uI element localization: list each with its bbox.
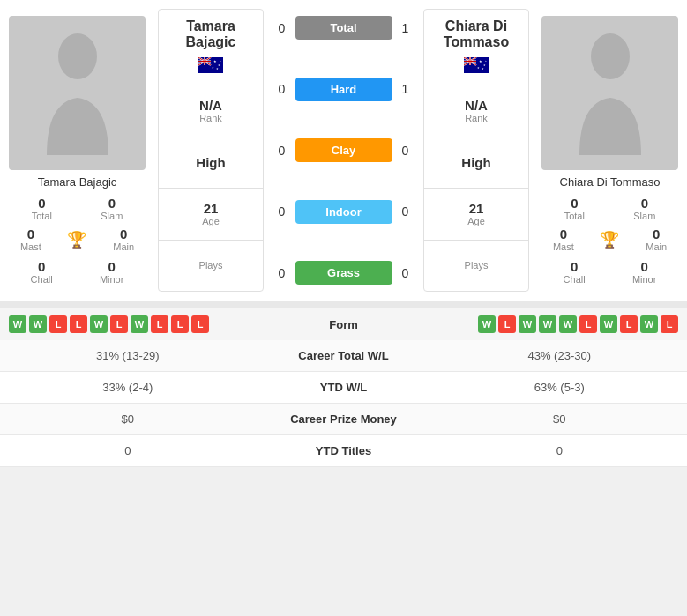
- left-plays-label: Plays: [199, 260, 223, 271]
- left-age-label: Age: [202, 216, 220, 226]
- right-trophy-icon: 🏆: [600, 230, 619, 249]
- clay-left-score: 0: [269, 144, 295, 158]
- svg-text:★: ★: [213, 59, 217, 63]
- stats-row: 33% (2-4)YTD W/L63% (5-3): [0, 372, 687, 404]
- left-chall-value: 0: [31, 259, 53, 274]
- right-total-value: 0: [564, 196, 585, 211]
- right-age-label: Age: [467, 216, 485, 226]
- right-form-badges: WLWWWLWLWL: [478, 315, 678, 333]
- right-plays-cell: Plays: [424, 241, 528, 292]
- svg-text:★: ★: [212, 66, 214, 70]
- stats-center-label: YTD Titles: [256, 444, 432, 457]
- stats-row: 31% (13-29)Career Total W/L43% (23-30): [0, 340, 687, 372]
- indoor-button[interactable]: Indoor: [295, 200, 392, 224]
- right-rank-value: N/A: [465, 98, 488, 113]
- right-flag: ★ ★ ★ ★ ★: [464, 57, 489, 76]
- form-badge: W: [640, 315, 658, 333]
- left-slam-label: Slam: [101, 211, 123, 221]
- left-plays-cell: Plays: [159, 241, 263, 292]
- right-age-value: 21: [469, 201, 484, 216]
- left-form-badges: WWLLWLWLLL: [9, 315, 209, 333]
- right-mast-label: Mast: [553, 241, 574, 252]
- left-player-avatar: [9, 16, 146, 170]
- right-rank-label: Rank: [465, 113, 488, 123]
- stats-left-value: 0: [0, 444, 256, 457]
- stats-center-label: Career Total W/L: [256, 349, 432, 362]
- left-player-card: Tamara Bajagic 0 Total 0 Slam 0 Mast 🏆: [0, 9, 154, 292]
- stats-table: 31% (13-29)Career Total W/L43% (23-30)33…: [0, 340, 687, 467]
- right-stats-row1: 0 Total 0 Slam: [540, 196, 680, 221]
- form-badge: W: [29, 315, 47, 333]
- form-badge: W: [600, 315, 617, 333]
- section-divider: [0, 301, 687, 308]
- form-badge: W: [559, 315, 577, 333]
- clay-row: 0 Clay 0: [267, 138, 420, 162]
- clay-button[interactable]: Clay: [295, 138, 392, 162]
- form-badge: W: [478, 315, 496, 333]
- stats-left-value: $0: [0, 412, 256, 426]
- stats-right-value: $0: [432, 412, 688, 426]
- hard-button[interactable]: Hard: [295, 78, 392, 101]
- right-chall-value: 0: [564, 259, 586, 274]
- form-badge: L: [49, 315, 67, 333]
- indoor-row: 0 Indoor 0: [267, 200, 420, 224]
- form-badge: L: [70, 315, 87, 333]
- form-label: Form: [209, 318, 478, 331]
- stats-left-value: 33% (2-4): [0, 381, 256, 394]
- right-total-cell: 0 Total: [564, 196, 585, 221]
- top-section: Tamara Bajagic 0 Total 0 Slam 0 Mast 🏆: [0, 0, 687, 301]
- left-total-cell: 0 Total: [32, 196, 52, 221]
- right-middle-stats: Chiara Di Tommaso: [423, 9, 529, 292]
- right-main-label: Main: [646, 241, 667, 252]
- right-chall-label: Chall: [564, 274, 586, 285]
- right-plays-label: Plays: [465, 260, 489, 271]
- total-button[interactable]: Total: [295, 16, 392, 40]
- left-slam-cell: 0 Slam: [101, 196, 123, 221]
- left-stats-row2: 0 Chall 0 Minor: [7, 259, 147, 285]
- stats-center-label: YTD W/L: [256, 381, 432, 394]
- right-main-value: 0: [646, 226, 667, 241]
- stats-row: 0YTD Titles0: [0, 435, 687, 467]
- right-slam-label: Slam: [633, 211, 655, 221]
- left-chall-cell: 0 Chall: [31, 259, 53, 285]
- left-high-cell: High: [159, 137, 263, 189]
- svg-text:★: ★: [216, 67, 219, 71]
- svg-point-31: [591, 33, 630, 79]
- right-stats-row2: 0 Chall 0 Minor: [540, 259, 680, 285]
- grass-button[interactable]: Grass: [295, 261, 392, 285]
- form-badge: W: [90, 315, 108, 333]
- left-total-label: Total: [32, 211, 52, 221]
- right-minor-value: 0: [632, 259, 657, 274]
- main-container: Tamara Bajagic 0 Total 0 Slam 0 Mast 🏆: [0, 0, 687, 467]
- left-slam-value: 0: [101, 196, 123, 211]
- left-trophy-icon: 🏆: [67, 230, 86, 249]
- stats-right-value: 43% (23-30): [432, 349, 688, 362]
- left-mast-cell: 0 Mast: [20, 226, 41, 252]
- right-player-name: Chiara Di Tommaso: [560, 175, 661, 189]
- center-court-column: 0 Total 1 0 Hard 1 0 Clay 0 0 Indoor 0: [267, 9, 420, 292]
- svg-text:★: ★: [479, 59, 482, 63]
- form-badge: L: [661, 315, 678, 333]
- right-trophy-row: 0 Mast 🏆 0 Main: [540, 226, 680, 252]
- hard-right-score: 1: [392, 82, 419, 96]
- form-badge: W: [131, 315, 148, 333]
- grass-left-score: 0: [269, 266, 295, 280]
- left-chall-label: Chall: [31, 274, 53, 285]
- right-high-value: High: [461, 155, 490, 170]
- left-rank-label: Rank: [199, 113, 222, 123]
- svg-text:★: ★: [482, 67, 484, 71]
- form-badge: L: [620, 315, 638, 333]
- right-minor-cell: 0 Minor: [632, 259, 657, 285]
- left-high-value: High: [196, 155, 225, 170]
- right-mast-cell: 0 Mast: [553, 226, 574, 252]
- right-rank-cell: N/A Rank: [424, 85, 528, 137]
- total-right-score: 1: [392, 21, 419, 35]
- right-player-avatar: [541, 16, 678, 170]
- hard-row: 0 Hard 1: [267, 78, 420, 101]
- left-mast-value: 0: [20, 226, 41, 241]
- total-left-score: 0: [269, 21, 295, 35]
- grass-row: 0 Grass 0: [267, 261, 420, 285]
- stats-row: $0Career Prize Money$0: [0, 404, 687, 435]
- form-badge: W: [519, 315, 536, 333]
- stats-right-value: 63% (5-3): [432, 381, 688, 394]
